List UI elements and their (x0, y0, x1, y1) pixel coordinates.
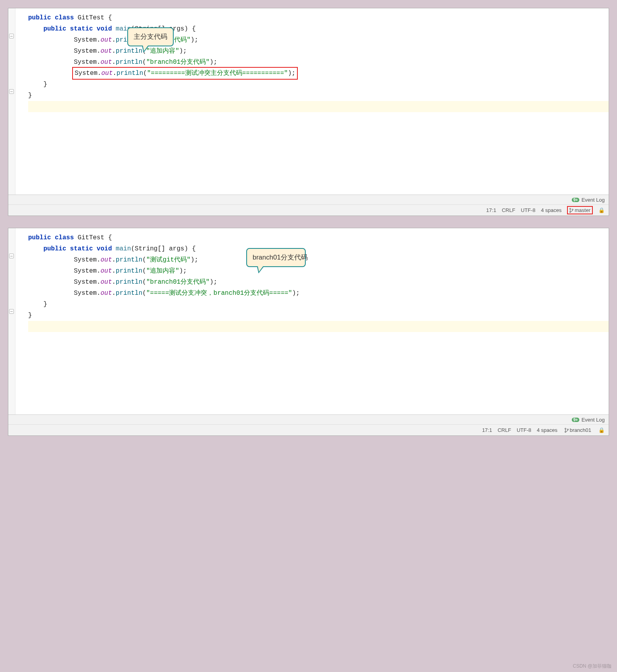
git-branch-indicator[interactable]: master (567, 206, 593, 214)
annotation-callout: branch01分支代码 (246, 248, 306, 267)
git-branch-indicator[interactable]: branch01 (563, 427, 593, 433)
code-line[interactable]: public class GitTest { (28, 12, 609, 23)
code-line[interactable]: System.out.println("branch01分支代码"); (28, 277, 609, 288)
code-line[interactable]: System.out.println("branch01分支代码"); (28, 57, 609, 68)
cursor-position[interactable]: 17:1 (486, 207, 496, 213)
editor-gutter[interactable] (8, 228, 15, 414)
code-line[interactable]: } (28, 90, 609, 101)
code-area[interactable]: 主分支代码public class GitTest { public stati… (8, 8, 609, 195)
code-line[interactable]: } (28, 299, 609, 310)
svg-point-5 (567, 429, 568, 430)
code-editor-pane: branch01分支代码public class GitTest { publi… (8, 228, 609, 436)
fold-marker[interactable] (9, 254, 14, 258)
line-separator[interactable]: CRLF (502, 207, 515, 213)
event-log-label[interactable]: Event Log (581, 197, 605, 203)
event-log-bar[interactable]: 9+Event Log (8, 195, 609, 204)
notification-badge: 9+ (572, 198, 579, 202)
branch-name: branch01 (570, 427, 591, 433)
annotation-callout: 主分支代码 (127, 27, 174, 46)
branch-name: master (575, 207, 590, 213)
code-line[interactable]: } (28, 79, 609, 90)
lock-icon[interactable]: 🔒 (598, 207, 605, 213)
code-line[interactable]: System.out.println("=========测试冲突主分支代码==… (28, 68, 609, 79)
cursor-position[interactable]: 17:1 (482, 427, 492, 433)
code-editor-pane: 主分支代码public class GitTest { public stati… (8, 8, 609, 216)
caret-line[interactable] (28, 321, 609, 332)
line-separator[interactable]: CRLF (498, 427, 511, 433)
code-line[interactable]: } (28, 310, 609, 321)
event-log-label[interactable]: Event Log (581, 417, 605, 423)
code-line[interactable]: System.out.println("=====测试分支冲突，branch01… (28, 288, 609, 299)
fold-marker[interactable] (9, 309, 14, 314)
branch-icon (569, 208, 573, 213)
file-encoding[interactable]: UTF-8 (517, 427, 531, 433)
highlighted-code-line: System.out.println("=========测试冲突主分支代码==… (72, 67, 298, 80)
editor-gutter[interactable] (8, 8, 15, 195)
code-line[interactable]: System.out.println("追加内容"); (28, 265, 609, 277)
code-line[interactable]: System.out.println("测试git代码"); (28, 34, 609, 46)
status-bar: 17:1CRLFUTF-84 spacesbranch01🔒 (8, 424, 609, 435)
svg-point-4 (565, 431, 566, 432)
code-area[interactable]: branch01分支代码public class GitTest { publi… (8, 228, 609, 414)
notification-badge: 9+ (572, 418, 579, 422)
code-line[interactable]: System.out.println("测试git代码"); (28, 254, 609, 265)
code-line[interactable]: public class GitTest { (28, 232, 609, 243)
indent-setting[interactable]: 4 spaces (541, 207, 561, 213)
status-bar: 17:1CRLFUTF-84 spacesmaster🔒 (8, 204, 609, 216)
fold-marker[interactable] (9, 34, 14, 38)
event-log-bar[interactable]: 9+Event Log (8, 415, 609, 424)
file-encoding[interactable]: UTF-8 (521, 207, 535, 213)
code-line[interactable]: public static void main(String[] args) { (28, 243, 609, 254)
svg-point-1 (570, 211, 571, 212)
branch-icon (565, 428, 569, 433)
lock-icon[interactable]: 🔒 (598, 427, 605, 433)
indent-setting[interactable]: 4 spaces (537, 427, 558, 433)
code-line[interactable]: System.out.println("追加内容"); (28, 46, 609, 57)
caret-line[interactable] (28, 101, 609, 112)
svg-point-0 (570, 208, 571, 209)
fold-marker[interactable] (9, 89, 14, 94)
code-line[interactable]: public static void main(String[] args) { (28, 23, 609, 34)
svg-point-3 (565, 428, 566, 429)
svg-point-2 (572, 209, 573, 210)
